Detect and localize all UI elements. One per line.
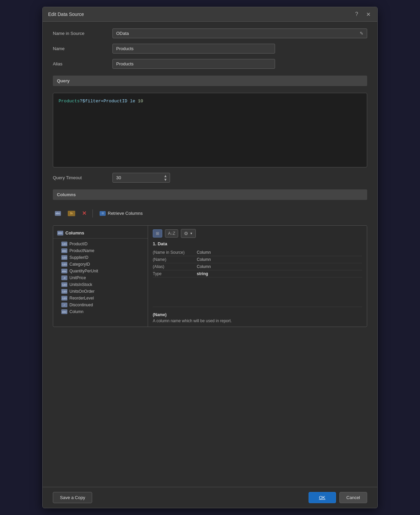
detail-row-key: Type <box>153 271 197 276</box>
list-item[interactable]: abc QuantityPerUnit <box>53 268 148 274</box>
table-row: Type string <box>153 270 362 277</box>
detail-section-title: 1. Data <box>153 241 362 246</box>
table-row: (Alias) Column <box>153 263 362 270</box>
tree-root-icon: abc <box>57 231 63 235</box>
list-item[interactable]: 123 UnitsOnOrder <box>53 288 148 295</box>
add-string-column-button[interactable]: abc <box>53 210 63 217</box>
tree-root-header: abc Columns <box>53 229 148 239</box>
column-name: ReorderLevel <box>69 296 94 301</box>
list-item[interactable]: 123 ReorderLevel <box>53 295 148 302</box>
list-item[interactable]: 123 ProductID <box>53 241 148 247</box>
add-expression-icon: fx <box>68 211 75 216</box>
detail-toolbar: ⊞ A↓Z ⚙ ▼ <box>153 229 362 238</box>
detail-footer-label: (Name) <box>153 312 362 317</box>
query-editor[interactable]: Products?$filter=ProductID le 10 <box>53 93 367 167</box>
retrieve-columns-icon: ⊞ <box>100 211 106 216</box>
sort-az-icon: A↓Z <box>168 231 175 236</box>
column-name: UnitsInStock <box>69 282 92 287</box>
detail-row-key: (Name in Source) <box>153 250 197 255</box>
toolbar-divider <box>92 209 93 218</box>
dialog-title: Edit Data Source <box>48 12 84 17</box>
name-row: Name <box>53 44 367 54</box>
table-row: (Name) Column <box>153 256 362 263</box>
alias-input[interactable] <box>112 59 275 69</box>
name-in-source-row: Name in Source OData ✎ <box>53 28 367 38</box>
column-type-icon: 123 <box>61 296 67 301</box>
list-item[interactable]: 123 CategoryID <box>53 261 148 268</box>
dialog-footer: Save a Copy OK Cancel <box>43 487 377 508</box>
list-item[interactable]: .0 UnitPrice <box>53 274 148 281</box>
column-type-icon: 123 <box>61 255 67 260</box>
tree-root-label: Columns <box>65 230 84 235</box>
timeout-select-wrap: 30 60 120 300 ▲▼ <box>112 173 170 183</box>
name-in-source-input-wrap: OData ✎ <box>112 28 367 38</box>
columns-panel: abc Columns 123 ProductID abc ProductNam… <box>53 225 367 327</box>
column-name: UnitPrice <box>69 275 86 280</box>
detail-grid-view-button[interactable]: ⊞ <box>153 229 162 238</box>
grid-view-icon: ⊞ <box>156 231 159 236</box>
column-type-icon: 123 <box>61 282 67 287</box>
ok-button[interactable]: OK <box>309 492 336 503</box>
list-item[interactable]: 123 UnitsInStock <box>53 281 148 288</box>
columns-detail: ⊞ A↓Z ⚙ ▼ 1. Data (Name in Source) Colum… <box>148 226 367 327</box>
detail-row-key: (Name) <box>153 257 197 262</box>
close-button[interactable]: ✕ <box>364 11 372 18</box>
name-in-source-label: Name in Source <box>53 31 107 36</box>
column-type-icon: ✓ <box>61 303 67 307</box>
edit-data-source-dialog: Edit Data Source ? ✕ Name in Source ODat… <box>42 7 378 508</box>
columns-tree: abc Columns 123 ProductID abc ProductNam… <box>53 226 148 327</box>
column-detail-table: 1. Data (Name in Source) Column (Name) C… <box>153 241 362 277</box>
gear-dropdown-arrow: ▼ <box>190 232 193 235</box>
column-name: UnitsOnOrder <box>69 289 94 294</box>
timeout-select[interactable]: 30 60 120 300 <box>112 173 170 183</box>
query-timeout-row: Query Timeout 30 60 120 300 ▲▼ <box>53 173 367 183</box>
columns-section-header: Columns <box>53 189 367 200</box>
detail-footer-desc: A column name which will be used in repo… <box>153 318 362 323</box>
column-name: Column <box>69 309 83 314</box>
column-type-icon: 123 <box>61 262 67 267</box>
cancel-button[interactable]: Cancel <box>339 492 367 503</box>
footer-right-actions: OK Cancel <box>309 492 367 503</box>
column-type-icon: 123 <box>61 242 67 246</box>
help-button[interactable]: ? <box>353 11 360 18</box>
detail-row-value-type: string <box>197 271 208 276</box>
retrieve-columns-label: Retrieve Columns <box>108 211 143 216</box>
remove-column-button[interactable]: ✕ <box>80 209 88 218</box>
add-string-icon: abc <box>55 211 61 216</box>
column-name: ProductName <box>69 248 94 253</box>
timeout-label: Query Timeout <box>53 175 107 180</box>
code-number: 10 <box>138 99 143 104</box>
alias-label: Alias <box>53 61 107 66</box>
add-expression-column-button[interactable]: fx <box>66 209 77 218</box>
alias-row: Alias <box>53 59 367 69</box>
column-name: Discontinued <box>69 303 93 307</box>
column-name: QuantityPerUnit <box>69 269 98 273</box>
list-item[interactable]: ✓ Discontinued <box>53 302 148 308</box>
column-name: ProductID <box>69 242 87 246</box>
detail-row-value: Column <box>197 250 211 255</box>
list-item[interactable]: abc ProductName <box>53 247 148 254</box>
dialog-body: Name in Source OData ✎ Name Alias Query … <box>43 22 377 487</box>
column-type-icon: abc <box>61 248 67 253</box>
title-bar: Edit Data Source ? ✕ <box>43 7 377 22</box>
gear-icon: ⚙ <box>184 231 188 236</box>
detail-sort-button[interactable]: A↓Z <box>165 229 178 238</box>
column-type-icon: .0 <box>61 275 67 280</box>
name-in-source-value: OData <box>116 31 360 36</box>
table-row: (Name in Source) Column <box>153 249 362 256</box>
code-keyword: Products <box>59 99 80 104</box>
title-bar-actions: ? ✕ <box>353 11 372 18</box>
query-section-header: Query <box>53 76 367 86</box>
column-name: CategoryID <box>69 262 90 267</box>
retrieve-columns-button[interactable]: ⊞ Retrieve Columns <box>97 209 145 217</box>
detail-row-key: (Alias) <box>153 264 197 269</box>
list-item[interactable]: 123 SupplierID <box>53 254 148 261</box>
column-type-icon: 123 <box>61 289 67 294</box>
list-item[interactable]: abc Column <box>53 308 148 315</box>
name-label: Name <box>53 46 107 51</box>
column-name: SupplierID <box>69 255 88 260</box>
edit-icon[interactable]: ✎ <box>360 31 363 36</box>
save-copy-button[interactable]: Save a Copy <box>53 492 92 503</box>
name-input[interactable] <box>112 44 275 54</box>
detail-gear-button[interactable]: ⚙ ▼ <box>181 229 196 238</box>
